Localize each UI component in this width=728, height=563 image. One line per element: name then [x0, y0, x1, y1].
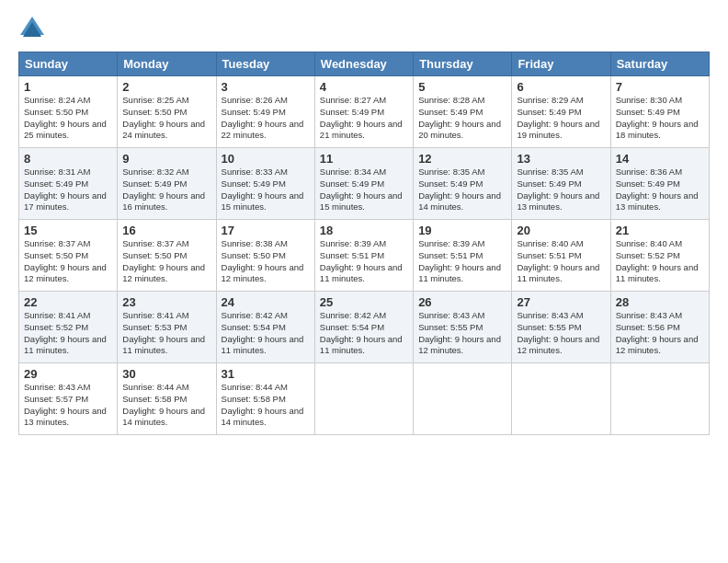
day-number: 30 [122, 367, 210, 381]
calendar-cell: 27 Sunrise: 8:43 AM Sunset: 5:55 PM Dayl… [512, 292, 610, 363]
day-number: 29 [24, 367, 112, 381]
sunset-time: 5:54 PM [352, 322, 384, 332]
daylight-label: Daylight: [418, 262, 455, 272]
sunrise-label: Sunrise: [616, 238, 651, 248]
sunrise-time: 8:39 AM [453, 238, 485, 248]
day-number: 12 [418, 152, 506, 166]
day-info: Sunrise: 8:36 AM Sunset: 5:49 PM Dayligh… [616, 167, 704, 213]
sunset-time: 5:52 PM [56, 322, 88, 332]
sunrise-label: Sunrise: [24, 310, 59, 320]
calendar-cell: 5 Sunrise: 8:28 AM Sunset: 5:49 PM Dayli… [414, 76, 512, 148]
day-number: 11 [320, 152, 408, 166]
day-number: 3 [222, 80, 310, 94]
calendar-cell: 8 Sunrise: 8:31 AM Sunset: 5:49 PM Dayli… [19, 148, 118, 220]
daylight-label: Daylight: [320, 262, 357, 272]
daylight-label: Daylight: [24, 190, 61, 201]
calendar-cell: 23 Sunrise: 8:41 AM Sunset: 5:53 PM Dayl… [118, 292, 216, 363]
week-row-0: 1 Sunrise: 8:24 AM Sunset: 5:50 PM Dayli… [19, 76, 710, 148]
sunset-time: 5:49 PM [352, 178, 384, 189]
daylight-label: Daylight: [122, 334, 159, 344]
daylight-label: Daylight: [616, 334, 653, 344]
col-header-friday: Friday [512, 52, 610, 76]
col-header-thursday: Thursday [414, 52, 512, 76]
daylight-label: Daylight: [122, 406, 159, 416]
sunset-label: Sunset: [24, 322, 56, 332]
sunrise-label: Sunrise: [222, 310, 256, 320]
sunset-label: Sunset: [517, 322, 549, 332]
sunrise-label: Sunrise: [616, 167, 651, 177]
sunset-label: Sunset: [122, 322, 154, 332]
sunset-label: Sunset: [418, 250, 450, 260]
week-row-4: 29 Sunrise: 8:43 AM Sunset: 5:57 PM Dayl… [19, 363, 710, 435]
day-info: Sunrise: 8:30 AM Sunset: 5:49 PM Dayligh… [616, 95, 704, 142]
sunrise-time: 8:37 AM [59, 238, 91, 248]
daylight-label: Daylight: [616, 190, 653, 201]
day-info: Sunrise: 8:43 AM Sunset: 5:56 PM Dayligh… [616, 310, 704, 357]
calendar-cell: 15 Sunrise: 8:37 AM Sunset: 5:50 PM Dayl… [19, 220, 118, 292]
sunset-time: 5:49 PM [56, 178, 88, 189]
daylight-label: Daylight: [24, 406, 61, 416]
header [18, 15, 710, 42]
calendar-cell: 2 Sunrise: 8:25 AM Sunset: 5:50 PM Dayli… [118, 76, 216, 148]
sunrise-label: Sunrise: [320, 167, 355, 177]
sunset-time: 5:58 PM [154, 394, 187, 404]
sunset-label: Sunset: [122, 250, 154, 260]
calendar-table: SundayMondayTuesdayWednesdayThursdayFrid… [18, 52, 710, 435]
day-info: Sunrise: 8:40 AM Sunset: 5:52 PM Dayligh… [616, 238, 704, 285]
day-number: 31 [222, 367, 310, 381]
sunset-time: 5:49 PM [154, 178, 187, 189]
sunrise-label: Sunrise: [24, 95, 59, 105]
sunrise-label: Sunrise: [418, 95, 453, 105]
sunrise-label: Sunrise: [222, 238, 256, 248]
daylight-label: Daylight: [616, 119, 653, 129]
sunset-label: Sunset: [320, 178, 352, 189]
sunrise-label: Sunrise: [122, 310, 157, 320]
header-row: SundayMondayTuesdayWednesdayThursdayFrid… [19, 52, 710, 76]
sunset-time: 5:57 PM [56, 394, 88, 404]
daylight-label: Daylight: [517, 262, 553, 272]
day-number: 22 [24, 295, 112, 309]
daylight-label: Daylight: [24, 334, 61, 344]
day-info: Sunrise: 8:41 AM Sunset: 5:53 PM Dayligh… [122, 310, 210, 357]
sunset-time: 5:55 PM [549, 322, 581, 332]
sunset-label: Sunset: [616, 107, 648, 117]
sunrise-time: 8:43 AM [650, 310, 682, 320]
sunset-time: 5:50 PM [56, 250, 88, 260]
sunset-label: Sunset: [222, 178, 254, 189]
day-info: Sunrise: 8:26 AM Sunset: 5:49 PM Dayligh… [222, 95, 310, 142]
sunrise-time: 8:40 AM [650, 238, 682, 248]
sunrise-label: Sunrise: [320, 95, 355, 105]
sunset-time: 5:49 PM [549, 107, 581, 117]
sunset-label: Sunset: [517, 178, 549, 189]
sunrise-label: Sunrise: [24, 167, 59, 177]
day-number: 19 [418, 224, 506, 237]
day-number: 18 [320, 224, 408, 237]
sunrise-time: 8:43 AM [453, 310, 485, 320]
sunrise-label: Sunrise: [320, 310, 355, 320]
day-number: 1 [24, 80, 112, 94]
sunrise-time: 8:44 AM [256, 382, 288, 392]
sunrise-time: 8:32 AM [157, 167, 189, 177]
calendar-cell: 6 Sunrise: 8:29 AM Sunset: 5:49 PM Dayli… [512, 76, 610, 148]
daylight-label: Daylight: [320, 190, 357, 201]
sunset-label: Sunset: [320, 107, 352, 117]
sunrise-label: Sunrise: [222, 167, 256, 177]
day-info: Sunrise: 8:25 AM Sunset: 5:50 PM Dayligh… [122, 95, 210, 142]
sunset-time: 5:49 PM [549, 178, 581, 189]
calendar-cell: 10 Sunrise: 8:33 AM Sunset: 5:49 PM Dayl… [216, 148, 314, 220]
sunrise-time: 8:42 AM [256, 310, 288, 320]
sunset-time: 5:54 PM [253, 322, 285, 332]
daylight-label: Daylight: [122, 119, 159, 129]
day-number: 25 [320, 295, 408, 309]
sunrise-label: Sunrise: [418, 167, 453, 177]
day-number: 27 [517, 295, 605, 309]
daylight-label: Daylight: [222, 406, 258, 416]
sunrise-label: Sunrise: [24, 382, 59, 392]
sunrise-time: 8:35 AM [552, 167, 584, 177]
week-row-1: 8 Sunrise: 8:31 AM Sunset: 5:49 PM Dayli… [19, 148, 710, 220]
sunset-label: Sunset: [320, 250, 352, 260]
sunrise-label: Sunrise: [418, 238, 453, 248]
day-number: 23 [122, 295, 210, 309]
calendar-cell: 24 Sunrise: 8:42 AM Sunset: 5:54 PM Dayl… [216, 292, 314, 363]
sunset-time: 5:55 PM [450, 322, 483, 332]
